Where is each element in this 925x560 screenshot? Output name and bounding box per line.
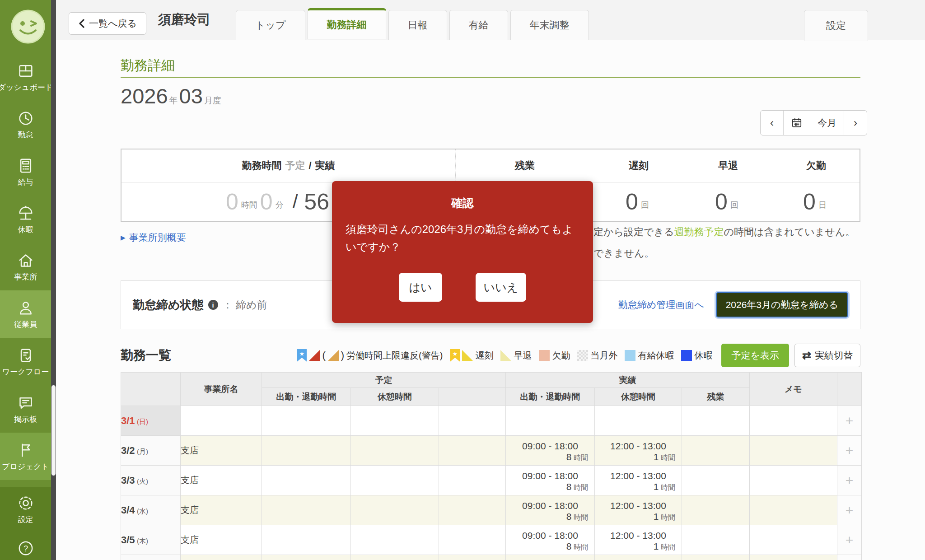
sidebar-item-ワークフロー[interactable]: ワークフロー	[0, 338, 51, 385]
board-icon	[17, 394, 35, 412]
attendance-detail-page: ダッシュボード勤怠給与休暇事業所従業員ワークフロー掲示板プロジェクト 設定?ヘル…	[0, 0, 925, 560]
plan-extra-cell	[439, 525, 506, 555]
sidebar-item-プロジェクト[interactable]: プロジェクト	[0, 433, 51, 480]
plan-extra-cell	[439, 436, 506, 466]
tab-勤務詳細[interactable]: 勤務詳細	[308, 8, 386, 39]
plan-time-cell	[262, 525, 351, 555]
sidebar-item-給与[interactable]: 給与	[0, 148, 51, 196]
help-icon: ?	[17, 539, 35, 557]
square-blue-icon	[681, 350, 692, 361]
sidebar-item-label: プロジェクト	[2, 462, 49, 472]
sidebar-item-label: 掲示板	[14, 414, 37, 425]
add-record-button[interactable]: +	[837, 466, 862, 495]
memo-cell	[750, 525, 837, 555]
info-icon[interactable]: i	[208, 300, 218, 310]
office-cell: 支店	[181, 495, 262, 525]
add-record-button[interactable]: +	[837, 525, 862, 555]
plan-extra-cell	[439, 466, 506, 495]
wink-face-logo-icon	[10, 9, 46, 44]
tab-トップ[interactable]: トップ	[236, 10, 305, 40]
close-month-button[interactable]: 2026年3月の勤怠を締める	[716, 292, 848, 317]
legend-item: 遅刻	[450, 349, 493, 362]
tab-settings[interactable]: 設定	[804, 10, 868, 41]
sidebar-item-勤怠[interactable]: 勤怠	[0, 101, 51, 148]
plan-break-cell	[351, 525, 439, 555]
no-button[interactable]: いいえ	[476, 273, 526, 302]
table-row: 3/2 (月)支店09:00 - 18:008 時間12:00 - 13:001…	[121, 436, 862, 466]
late-header: 遅刻	[594, 149, 683, 182]
back-to-list-button[interactable]: 一覧へ戻る	[69, 12, 146, 35]
sidebar-item-休暇[interactable]: 休暇	[0, 196, 51, 243]
sidebar-item-従業員[interactable]: 従業員	[0, 290, 51, 338]
closing-management-link[interactable]: 勤怠締め管理画面へ	[618, 299, 704, 311]
overtime-cell	[682, 525, 750, 555]
date-column-header	[121, 373, 181, 406]
sidebar-item-掲示板[interactable]: 掲示板	[0, 385, 51, 433]
sidebar-scrollbar-thumb[interactable]	[51, 385, 56, 476]
triangle-yellow-icon	[462, 350, 473, 361]
sidebar-item-ヘルプ[interactable]: ?ヘルプ	[0, 532, 51, 560]
employee-name: 須磨玲司	[158, 0, 210, 40]
legend-item: 当月外	[577, 350, 617, 362]
add-record-button[interactable]: +	[837, 495, 862, 525]
actual-time-cell	[506, 406, 595, 436]
calendar-picker-button[interactable]	[783, 111, 810, 135]
work-time-header: 勤務時間 予定 / 実績	[121, 149, 456, 182]
tab-日報[interactable]: 日報	[388, 10, 447, 40]
actual-break-cell: 12:00 - 13:001 時間	[595, 436, 682, 466]
actual-break-cell: 12:00 - 13:001 時間	[595, 525, 682, 555]
add-record-button[interactable]: +	[837, 406, 862, 436]
app-logo[interactable]	[0, 0, 56, 53]
sidebar-item-ダッシュボード[interactable]: ダッシュボード	[0, 53, 51, 101]
add-record-button[interactable]: +	[837, 436, 862, 466]
worklist-header: 勤務一覧 ()労働時間上限違反(警告)遅刻早退欠勤当月外有給休暇休暇 予定を表示…	[121, 342, 860, 369]
legend-item: 休暇	[681, 350, 712, 362]
sidebar-item-設定[interactable]: 設定	[0, 487, 51, 532]
overtime-cell	[682, 466, 750, 495]
plan-time-cell	[262, 466, 351, 495]
dialog-title: 確認	[332, 196, 593, 210]
sidebar-item-label: 設定	[18, 514, 33, 525]
show-plan-button[interactable]: 予定を表示	[721, 344, 789, 367]
weekly-plan-link[interactable]: 週勤務予定	[674, 226, 724, 238]
overtime-header: 残業	[456, 149, 594, 182]
office-summary-link[interactable]: ▶ 事業所別概要	[121, 231, 186, 244]
tab-年末調整[interactable]: 年末調整	[510, 10, 589, 40]
prev-month-button[interactable]: ‹	[761, 111, 783, 135]
plan-break-cell	[351, 406, 439, 436]
date-cell: 3/3 (火)	[121, 466, 181, 495]
memo-cell	[750, 406, 837, 436]
plan-extra-cell	[439, 406, 506, 436]
tab-有給[interactable]: 有給	[449, 10, 508, 40]
actual-time-header: 出勤・退勤時間	[506, 388, 595, 406]
date-cell: 3/2 (月)	[121, 436, 181, 466]
square-lightblue-icon	[625, 350, 635, 361]
yes-button[interactable]: はい	[399, 273, 442, 302]
actual-break-header: 休憩時間	[595, 388, 682, 406]
actual-break-cell	[595, 406, 682, 436]
bookmark-star-yellow-icon	[450, 349, 460, 362]
memo-cell	[750, 436, 837, 466]
workflow-icon	[17, 346, 35, 364]
square-checker-icon	[577, 350, 588, 361]
date-cell: 3/1 (日)	[121, 406, 181, 436]
switch-actual-button[interactable]: ⇄ 実績切替	[794, 344, 860, 367]
sidebar-item-label: 事業所	[14, 272, 37, 282]
plan-break-cell	[351, 436, 439, 466]
triangle-right-icon: ▶	[121, 234, 126, 241]
umbrella-icon	[17, 204, 35, 222]
next-month-button[interactable]: ›	[844, 111, 867, 135]
triangle-red-icon	[309, 350, 320, 361]
legend-item: 有給休暇	[625, 350, 674, 362]
sidebar-item-事業所[interactable]: 事業所	[0, 243, 51, 290]
table-row: 3/1 (日)+	[121, 406, 862, 436]
dialog-message: 須磨玲司さんの2026年3月の勤怠を締めてもよいですか？	[346, 220, 579, 256]
plan-break-header: 休憩時間	[351, 388, 439, 406]
attendance-table: 事業所名 予定 実績 メモ 出勤・退勤時間 休憩時間 出勤・退勤時間 休憩時間 …	[121, 372, 862, 560]
current-month-button[interactable]: 今月	[810, 111, 844, 135]
date-cell: 3/4 (水)	[121, 495, 181, 525]
sidebar: ダッシュボード勤怠給与休暇事業所従業員ワークフロー掲示板プロジェクト 設定?ヘル…	[0, 0, 56, 560]
person-icon	[17, 299, 35, 317]
sidebar-scrollbar[interactable]	[51, 0, 56, 560]
early-leave-header: 早退	[683, 149, 773, 182]
